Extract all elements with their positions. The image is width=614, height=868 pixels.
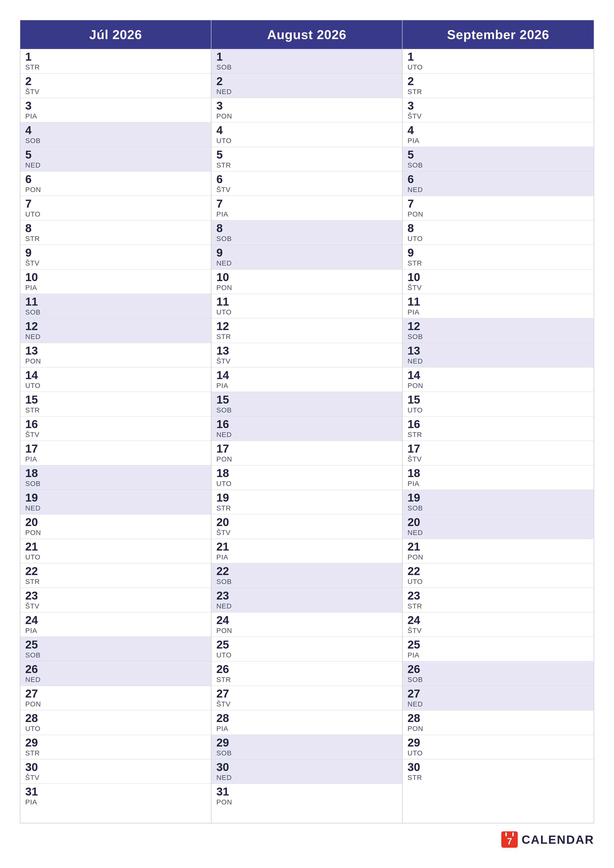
day-number: 30 [216,761,236,773]
day-name: STR [216,161,236,169]
day-number: 5 [407,149,427,160]
day-info: 2NED [216,76,236,96]
day-number: 3 [216,100,236,112]
day-info: 13ŠTV [216,345,236,365]
day-name: NED [216,88,236,96]
day-number: 7 [407,198,427,209]
day-name: NED [216,431,236,439]
day-info: 11PIA [407,296,427,316]
day-number: 6 [216,174,236,185]
day-name: SOB [407,504,427,512]
day-row: 8UTO [403,220,594,245]
day-info: 19NED [25,492,45,512]
day-name: STR [25,406,45,414]
day-info: 14PIA [216,369,236,390]
day-row: 22UTO [403,563,594,588]
day-row: 19NED [20,490,211,515]
day-name: PIA [25,284,45,292]
day-info: 21PON [407,541,427,561]
day-row: 31PON [211,784,402,808]
day-name: STR [407,88,427,96]
day-row: 1STR [20,49,211,73]
day-name: SOB [216,235,236,243]
day-row: 18PIA [403,465,594,490]
day-row: 9ŠTV [20,245,211,270]
month-column-0: Júl 20261STR2ŠTV3PIA4SOB5NED6PON7UTO8STR… [20,20,211,823]
month-header-0: Júl 2026 [20,20,211,49]
day-row: 14PON [403,367,594,392]
day-name: UTO [407,235,427,243]
day-name: ŠTV [25,602,45,610]
day-name: PON [216,627,236,635]
day-name: STR [407,259,427,267]
day-name: ŠTV [25,259,45,267]
day-info: 19SOB [407,492,427,512]
day-info: 20NED [407,516,427,537]
day-row: 8STR [20,220,211,245]
day-number: 8 [407,222,427,234]
day-number: 6 [25,174,45,185]
day-name: PIA [216,382,236,390]
day-number: 19 [216,492,236,503]
day-info: 21UTO [25,541,45,561]
day-row: 24PON [211,612,402,637]
day-name: NED [216,259,236,267]
day-row: 28PIA [211,710,402,735]
svg-rect-5 [512,832,514,836]
day-row: 16ŠTV [20,417,211,441]
day-info: 21PIA [216,541,236,561]
day-name: PIA [407,651,427,659]
day-row: 10PON [211,270,402,294]
day-row: 23ŠTV [20,588,211,612]
day-row: 6PON [20,172,211,196]
day-info: 3ŠTV [407,100,427,120]
day-row: 15UTO [403,392,594,417]
brand: 7 CALENDAR [501,831,594,848]
day-info: 20PON [25,516,45,537]
day-row: 7PON [403,196,594,220]
day-info: 29SOB [216,737,236,757]
day-name: ŠTV [25,431,45,439]
day-number: 15 [216,394,236,405]
day-info: 28PON [407,712,427,733]
day-info: 24PON [216,614,236,635]
day-number: 26 [25,663,45,675]
day-name: UTO [25,553,45,561]
day-number: 27 [407,688,427,699]
day-row: 10ŠTV [403,270,594,294]
day-info: 9ŠTV [25,247,45,267]
day-row: 24ŠTV [403,612,594,637]
day-info: 3PON [216,100,236,120]
day-name: ŠTV [25,88,45,96]
day-name: PON [407,382,427,390]
day-row: 17ŠTV [403,441,594,465]
day-row: 4UTO [211,122,402,147]
day-row: 12STR [211,318,402,343]
day-info: 30NED [216,761,236,782]
day-row: 5NED [20,147,211,172]
day-name: UTO [407,64,427,71]
day-row: 12SOB [403,318,594,343]
day-row: 29SOB [211,735,402,760]
day-info: 16NED [216,418,236,439]
day-name: UTO [25,210,45,218]
day-row: 19STR [211,490,402,515]
day-number: 18 [407,467,427,479]
day-name: ŠTV [25,774,45,782]
day-name: UTO [216,308,236,316]
day-number: 27 [25,688,45,699]
day-name: STR [216,504,236,512]
day-row: 26NED [20,661,211,686]
day-name: PON [216,284,236,292]
day-number: 1 [407,51,427,62]
days-container-0: 1STR2ŠTV3PIA4SOB5NED6PON7UTO8STR9ŠTV10PI… [20,49,211,823]
day-name: STR [407,602,427,610]
day-info: 6ŠTV [216,174,236,194]
day-name: UTO [216,137,236,145]
day-number: 22 [25,566,45,577]
day-name: STR [25,64,45,71]
day-name: UTO [407,749,427,757]
day-number: 5 [216,149,236,160]
day-number: 3 [25,100,45,112]
day-number: 16 [25,418,45,430]
